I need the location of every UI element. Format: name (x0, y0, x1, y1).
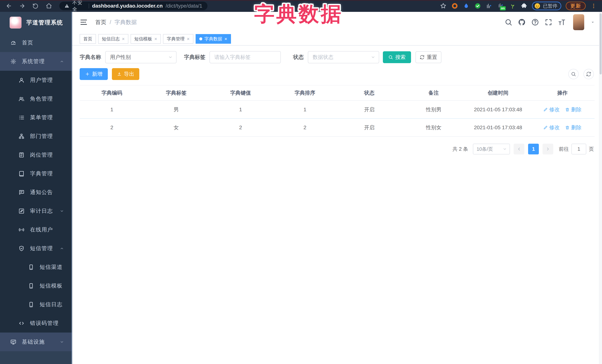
sidebar-item-短信日志[interactable]: 短信日志 (0, 295, 72, 314)
goto-prefix: 前往 (559, 146, 569, 152)
sidebar-item-菜单管理[interactable]: 菜单管理 (0, 108, 72, 127)
warning-icon (64, 3, 69, 8)
fullscreen-icon[interactable] (545, 18, 552, 26)
scrollbar-thumb[interactable] (600, 13, 602, 74)
delete-link[interactable]: 删除 (565, 124, 581, 131)
edit-link[interactable]: 修改 (543, 124, 559, 131)
reset-button[interactable]: 重置 (416, 51, 441, 63)
close-icon[interactable]: × (122, 36, 125, 41)
sidebar-item-首页[interactable]: 首页 (0, 33, 72, 52)
table-toolbar: 新增 导出 (80, 68, 595, 80)
sidebar-item-短信模板[interactable]: 短信模板 (0, 276, 72, 295)
sidebar-item-基础设施[interactable]: 基础设施 (0, 333, 72, 351)
sidebar-item-短信渠道[interactable]: 短信渠道 (0, 258, 72, 276)
home-icon[interactable] (46, 3, 52, 9)
bars-icon[interactable] (486, 2, 493, 10)
sidebar-item-label: 部门管理 (30, 133, 53, 140)
tab-label: 字典管理 (167, 36, 184, 42)
table-utility-buttons (568, 69, 594, 79)
sidebar-item-label: 用户管理 (30, 76, 53, 84)
emoji-avatar-icon (534, 3, 541, 9)
page-scrollbar[interactable] (599, 12, 602, 364)
search-button[interactable]: 搜索 (383, 51, 411, 63)
tab-字典管理[interactable]: 字典管理× (163, 34, 193, 44)
sidebar-item-用户管理[interactable]: 用户管理 (0, 71, 72, 89)
org-tree-icon (19, 133, 24, 139)
font-size-icon[interactable] (558, 18, 566, 26)
browser-chrome: 不安全 dashboard.yudao.iocoder.cn/dict/type… (0, 0, 602, 12)
sidebar-item-岗位管理[interactable]: 岗位管理 (0, 146, 72, 164)
bookmark-star-icon[interactable] (440, 2, 447, 10)
chevron-up-icon (60, 59, 64, 64)
reload-icon[interactable] (32, 3, 39, 9)
close-icon[interactable]: × (225, 36, 227, 41)
export-button[interactable]: 导出 (112, 68, 139, 80)
browser-update-button[interactable]: 更新 (566, 2, 586, 10)
filter-form: 字典名称 用户性别 字典标签 状态 数据状态 (80, 51, 595, 63)
tab-短信日志[interactable]: 短信日志× (98, 34, 128, 44)
current-page-button[interactable]: 1 (528, 144, 539, 154)
sidebar-item-系统管理[interactable]: 系统管理 (0, 52, 72, 71)
menu-list-icon (19, 114, 24, 121)
on-badge-icon[interactable]: on (497, 2, 505, 10)
sidebar-item-通知公告[interactable]: 通知公告 (0, 183, 72, 202)
close-icon[interactable]: × (154, 36, 157, 41)
sprout-icon[interactable] (509, 2, 516, 10)
table-cell: 2 (273, 125, 337, 131)
next-page-button[interactable] (543, 144, 553, 154)
search-icon[interactable] (505, 18, 512, 26)
puzzle-icon[interactable] (520, 2, 527, 10)
sidebar-item-在线用户[interactable]: 在线用户 (0, 220, 72, 239)
profile-paused-chip[interactable]: 已暂停 (532, 2, 561, 10)
browser-nav (0, 3, 52, 9)
tab-label: 字典数据 (204, 36, 222, 42)
caret-down-icon[interactable] (590, 20, 595, 25)
sidebar-item-字典管理[interactable]: 字典管理 (0, 164, 72, 183)
sidebar-item-短信管理[interactable]: 短信管理 (0, 239, 72, 258)
sidebar-item-错误码管理[interactable]: 错误码管理 (0, 314, 72, 333)
status-placeholder: 数据状态 (313, 54, 333, 61)
page-size-select[interactable]: 10条/页 (473, 144, 510, 154)
sidebar-collapse-icon[interactable] (80, 18, 88, 26)
tab-字典数据[interactable]: 字典数据× (196, 34, 231, 44)
tab-短信模板[interactable]: 短信模板× (130, 34, 161, 44)
browser-menu-icon[interactable] (590, 2, 597, 10)
url-bar[interactable]: 不安全 dashboard.yudao.iocoder.cn/dict/type… (59, 2, 207, 10)
prev-page-button[interactable] (514, 144, 524, 154)
edit-label: 修改 (549, 124, 559, 131)
dict-label-input[interactable] (209, 51, 281, 63)
goto-page-input[interactable] (571, 144, 586, 154)
chevron-down-icon (503, 147, 507, 151)
delete-label: 删除 (571, 106, 581, 113)
donut-icon[interactable] (451, 2, 458, 10)
github-icon[interactable] (518, 18, 526, 26)
tab-首页[interactable]: 首页 (80, 34, 96, 44)
table-cell: 开启 (337, 106, 402, 113)
sidebar-menu: 首页系统管理用户管理角色管理菜单管理部门管理岗位管理字典管理通知公告审计日志在线… (0, 33, 72, 351)
breadcrumb-home[interactable]: 首页 (95, 19, 106, 26)
status-select[interactable]: 数据状态 (308, 51, 379, 63)
sidebar-item-部门管理[interactable]: 部门管理 (0, 127, 72, 146)
refresh-table-button[interactable] (583, 69, 594, 79)
sidebar-item-审计日志[interactable]: 审计日志 (0, 202, 72, 220)
tab-label: 短信日志 (102, 36, 120, 42)
arrow-left-icon[interactable] (6, 3, 12, 9)
search-button-label: 搜索 (395, 54, 406, 61)
close-icon[interactable]: × (187, 36, 190, 41)
check-circle-icon[interactable] (474, 2, 481, 10)
drop-icon[interactable] (463, 2, 470, 10)
dict-name-select[interactable]: 用户性别 (105, 51, 177, 63)
refresh-icon (420, 55, 425, 60)
app-title: 芋道管理系统 (26, 19, 63, 26)
add-button[interactable]: 新增 (80, 68, 108, 80)
arrow-right-icon[interactable] (19, 3, 26, 9)
delete-link[interactable]: 删除 (565, 106, 581, 113)
edit-link[interactable]: 修改 (543, 106, 559, 113)
help-icon[interactable] (531, 18, 539, 26)
toggle-search-button[interactable] (568, 69, 579, 79)
table-row: 1男11开启性别男2021-01-05 17:03:48修改删除 (80, 101, 595, 119)
export-button-label: 导出 (124, 71, 134, 78)
user-avatar[interactable] (573, 14, 584, 30)
sidebar-item-角色管理[interactable]: 角色管理 (0, 89, 72, 108)
sidebar-logo-row[interactable]: 芋道管理系统 (0, 12, 72, 33)
